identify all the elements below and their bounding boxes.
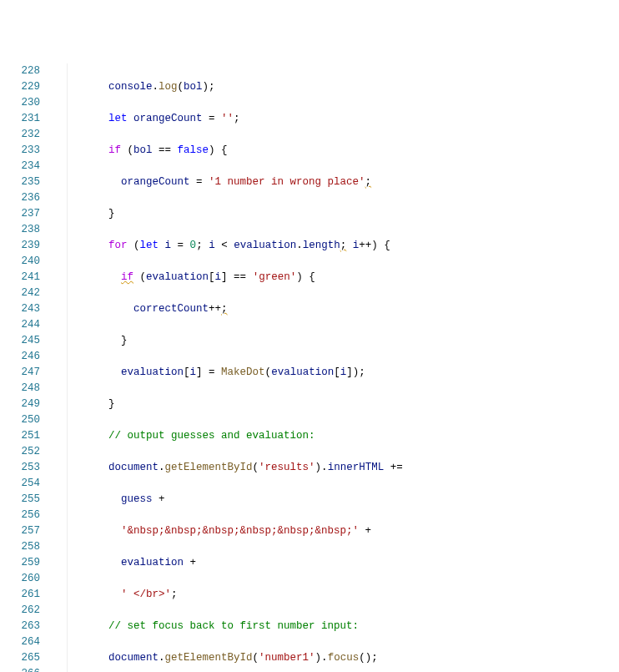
line-number: 263 — [0, 619, 40, 634]
number-literal: 0 — [190, 240, 197, 251]
fold-gutter-row[interactable] — [50, 222, 67, 238]
fold-gutter-row[interactable] — [50, 650, 67, 666]
string-literal: '&nbsp;&nbsp;&nbsp;&nbsp;&nbsp;&nbsp;' — [121, 525, 359, 537]
line-number: 256 — [0, 508, 40, 523]
code-line[interactable]: if (evaluation[i] == 'green') { — [71, 270, 603, 285]
line-number: 260 — [0, 571, 40, 587]
fold-gutter-row[interactable] — [50, 95, 67, 111]
code-line[interactable]: // output guesses and evaluation: — [71, 428, 603, 444]
fold-gutter-row[interactable] — [50, 190, 67, 206]
line-number: 248 — [0, 381, 40, 397]
fold-gutter-row[interactable] — [50, 381, 67, 397]
identifier: orangeCount — [121, 176, 190, 188]
code-line[interactable]: if (bol == false) { — [71, 143, 603, 159]
lint-warning: ; — [365, 176, 372, 188]
fold-gutter-row[interactable] — [50, 174, 67, 190]
fold-gutter-row[interactable] — [50, 666, 67, 672]
identifier: document — [108, 462, 159, 473]
operator: += — [384, 462, 403, 473]
line-number: 228 — [0, 63, 40, 79]
fold-gutter-row[interactable] — [50, 127, 67, 143]
line-number: 244 — [0, 317, 40, 333]
code-line[interactable]: guess + — [71, 492, 603, 508]
fold-gutter-row[interactable] — [50, 317, 67, 333]
fold-gutter-row[interactable] — [50, 238, 67, 254]
line-number: 231 — [0, 111, 40, 127]
code-line[interactable]: } — [71, 333, 603, 349]
identifier: orangeCount — [133, 113, 203, 124]
fold-gutter-row[interactable] — [50, 270, 67, 285]
string-literal: '' — [221, 113, 234, 124]
line-number-gutter: 2282292302312322332342352362372382392402… — [0, 63, 50, 672]
fold-gutter-row[interactable] — [50, 412, 67, 428]
fold-gutter-row[interactable] — [50, 539, 67, 555]
operator: = — [190, 176, 209, 188]
line-number: 240 — [0, 254, 40, 270]
operator: + — [184, 557, 196, 568]
string-literal: 'results' — [259, 462, 315, 473]
fold-gutter-row[interactable] — [50, 476, 67, 492]
fold-gutter-row[interactable] — [50, 365, 67, 381]
fold-gutter-row[interactable] — [50, 444, 67, 460]
code-line[interactable]: ' </br>'; — [71, 587, 603, 603]
code-line[interactable]: for (let i = 0; i < evaluation.length; i… — [71, 238, 603, 254]
line-number: 253 — [0, 460, 40, 476]
fold-gutter-row[interactable] — [50, 254, 67, 270]
code-line[interactable]: evaluation + — [71, 555, 603, 571]
keyword: let — [108, 113, 128, 124]
comment: // set focus back to first number input: — [108, 620, 359, 632]
fold-gutter-row[interactable] — [50, 523, 67, 539]
fold-gutter-row[interactable] — [50, 159, 67, 174]
fold-gutter-row[interactable] — [50, 428, 67, 444]
code-line[interactable]: '&nbsp;&nbsp;&nbsp;&nbsp;&nbsp;&nbsp;' + — [71, 523, 603, 539]
operator: < — [215, 240, 234, 251]
line-number: 266 — [0, 666, 40, 672]
line-number: 258 — [0, 539, 40, 555]
line-number: 265 — [0, 650, 40, 666]
fold-gutter-row[interactable] — [50, 571, 67, 587]
keyword-control: for — [108, 240, 128, 251]
identifier: correctCount — [133, 303, 209, 315]
fold-gutter-row[interactable] — [50, 603, 67, 619]
line-number: 242 — [0, 285, 40, 301]
code-line[interactable]: evaluation[i] = MakeDot(evaluation[i]); — [71, 365, 603, 381]
comment: // output guesses and evaluation: — [108, 430, 315, 442]
method-call: getElementById — [165, 652, 253, 664]
string-literal: '1 number in wrong place' — [209, 176, 365, 188]
code-line[interactable]: // set focus back to first number input: — [71, 619, 603, 634]
code-line[interactable]: orangeCount = '1 number in wrong place'; — [71, 174, 603, 190]
code-area[interactable]: console.log(bol); let orangeCount = ''; … — [68, 63, 603, 672]
fold-gutter-row[interactable] — [50, 333, 67, 349]
fold-gutter-row[interactable] — [50, 143, 67, 159]
identifier: i — [190, 366, 197, 378]
fold-gutter-row[interactable] — [50, 492, 67, 508]
fold-gutter-row[interactable] — [50, 79, 67, 95]
line-number: 229 — [0, 79, 40, 95]
fold-gutter-row[interactable] — [50, 555, 67, 571]
fold-gutter-row[interactable] — [50, 301, 67, 317]
code-editor[interactable]: 2282292302312322332342352362372382392402… — [0, 63, 619, 672]
fold-gutter-row[interactable] — [50, 206, 67, 222]
code-line[interactable]: document.getElementById('results').inner… — [71, 460, 603, 476]
code-line[interactable]: let orangeCount = ''; — [71, 111, 603, 127]
code-line[interactable]: document.getElementById('number1').focus… — [71, 650, 603, 666]
fold-gutter-row[interactable] — [50, 619, 67, 634]
fold-gutter-row[interactable] — [50, 63, 67, 79]
fold-gutter-row[interactable] — [50, 634, 67, 650]
fold-gutter-row[interactable] — [50, 587, 67, 603]
code-line[interactable]: } — [71, 206, 603, 222]
fold-gutter-row[interactable] — [50, 397, 67, 412]
code-line[interactable]: console.log(bol); — [71, 79, 603, 95]
identifier: document — [108, 652, 159, 664]
code-line[interactable]: correctCount++; — [71, 301, 603, 317]
keyword-control: if — [108, 144, 121, 156]
line-number: 246 — [0, 349, 40, 365]
fold-gutter-row[interactable] — [50, 349, 67, 365]
keyword: false — [178, 144, 209, 156]
fold-gutter-row[interactable] — [50, 285, 67, 301]
fold-gutter-row[interactable] — [50, 460, 67, 476]
fold-gutter-row[interactable] — [50, 508, 67, 523]
method-call: focus — [328, 652, 360, 664]
code-line[interactable]: } — [71, 397, 603, 412]
fold-gutter-row[interactable] — [50, 111, 67, 127]
